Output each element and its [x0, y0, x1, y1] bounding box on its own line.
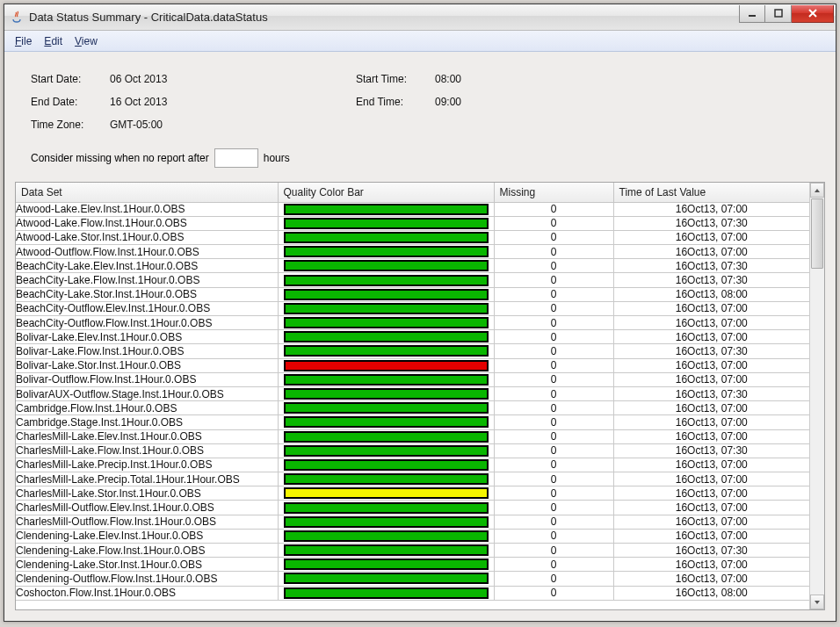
dataset-cell[interactable]: BolivarAUX-Outflow.Stage.Inst.1Hour.0.OB…: [16, 386, 278, 400]
table-row[interactable]: Cambridge.Stage.Inst.1Hour.0.OBS016Oct13…: [16, 415, 809, 429]
table-row[interactable]: Clendening-Outflow.Flow.Inst.1Hour.0.OBS…: [16, 572, 809, 586]
quality-bar-cell: [278, 586, 494, 600]
quality-color-bar: [284, 459, 489, 471]
col-header-missing[interactable]: Missing: [494, 183, 613, 202]
table-row[interactable]: Clendening-Lake.Elev.Inst.1Hour.0.OBS016…: [16, 529, 809, 543]
table-row[interactable]: Cambridge.Flow.Inst.1Hour.0.OBS016Oct13,…: [16, 401, 809, 415]
dataset-cell[interactable]: Cambridge.Flow.Inst.1Hour.0.OBS: [16, 401, 278, 415]
dataset-cell[interactable]: Atwood-Lake.Elev.Inst.1Hour.0.OBS: [16, 202, 278, 216]
dataset-cell[interactable]: Atwood-Outflow.Flow.Inst.1Hour.0.OBS: [16, 245, 278, 259]
table-row[interactable]: CharlesMill-Outflow.Elev.Inst.1Hour.0.OB…: [16, 501, 809, 515]
vertical-scrollbar[interactable]: [809, 183, 824, 609]
menu-bar: File Edit View: [4, 31, 836, 52]
time-zone-label: Time Zone:: [31, 119, 110, 131]
dataset-cell[interactable]: Clendening-Outflow.Flow.Inst.1Hour.0.OBS: [16, 572, 278, 586]
quality-color-bar: [284, 246, 489, 257]
dataset-cell[interactable]: BeachCity-Outflow.Flow.Inst.1Hour.0.OBS: [16, 316, 278, 330]
maximize-button[interactable]: [765, 5, 792, 23]
table-row[interactable]: Bolivar-Lake.Elev.Inst.1Hour.0.OBS016Oct…: [16, 330, 809, 344]
missing-cell: 0: [494, 230, 613, 244]
quality-color-bar: [284, 559, 489, 570]
table-row[interactable]: CharlesMill-Lake.Elev.Inst.1Hour.0.OBS01…: [16, 429, 809, 443]
table-row[interactable]: BeachCity-Outflow.Flow.Inst.1Hour.0.OBS0…: [16, 316, 809, 330]
quality-bar-cell: [278, 429, 494, 443]
table-row[interactable]: Bolivar-Lake.Flow.Inst.1Hour.0.OBS016Oct…: [16, 344, 809, 358]
dataset-cell[interactable]: Cambridge.Stage.Inst.1Hour.0.OBS: [16, 415, 278, 429]
dataset-cell[interactable]: Bolivar-Lake.Flow.Inst.1Hour.0.OBS: [16, 344, 278, 358]
col-header-dataset[interactable]: Data Set: [16, 183, 278, 202]
dataset-cell[interactable]: BeachCity-Lake.Stor.Inst.1Hour.0.OBS: [16, 287, 278, 301]
time-last-value-cell: 16Oct13, 07:00: [613, 330, 809, 344]
table-row[interactable]: BeachCity-Lake.Elev.Inst.1Hour.0.OBS016O…: [16, 259, 809, 273]
dataset-cell[interactable]: Atwood-Lake.Stor.Inst.1Hour.0.OBS: [16, 230, 278, 244]
quality-color-bar: [284, 260, 489, 271]
table-row[interactable]: Atwood-Lake.Flow.Inst.1Hour.0.OBS016Oct1…: [16, 216, 809, 230]
dataset-cell[interactable]: Clendening-Lake.Stor.Inst.1Hour.0.OBS: [16, 558, 278, 572]
table-row[interactable]: CharlesMill-Lake.Precip.Total.1Hour.1Hou…: [16, 472, 809, 486]
col-header-quality-bar[interactable]: Quality Color Bar: [278, 183, 494, 202]
menu-view[interactable]: View: [69, 33, 103, 49]
consider-missing-hours-input[interactable]: [214, 148, 258, 168]
dataset-cell[interactable]: Bolivar-Lake.Stor.Inst.1Hour.0.OBS: [16, 358, 278, 372]
table-row[interactable]: Bolivar-Outflow.Flow.Inst.1Hour.0.OBS016…: [16, 372, 809, 386]
col-header-time[interactable]: Time of Last Value: [613, 183, 809, 202]
missing-cell: 0: [494, 330, 613, 344]
dataset-cell[interactable]: CharlesMill-Outflow.Elev.Inst.1Hour.0.OB…: [16, 501, 278, 515]
dataset-cell[interactable]: CharlesMill-Lake.Precip.Total.1Hour.1Hou…: [16, 472, 278, 486]
dataset-cell[interactable]: CharlesMill-Lake.Flow.Inst.1Hour.0.OBS: [16, 443, 278, 458]
quality-color-bar: [284, 303, 489, 314]
dataset-cell[interactable]: Clendening-Lake.Flow.Inst.1Hour.0.OBS: [16, 544, 278, 558]
dataset-cell[interactable]: Coshocton.Flow.Inst.1Hour.0.OBS: [16, 586, 278, 600]
title-bar[interactable]: Data Status Summary - CriticalData.dataS…: [4, 4, 836, 31]
table-row[interactable]: BeachCity-Outflow.Elev.Inst.1Hour.0.OBS0…: [16, 301, 809, 315]
menu-file[interactable]: File: [10, 33, 37, 49]
dataset-cell[interactable]: Bolivar-Lake.Elev.Inst.1Hour.0.OBS: [16, 330, 278, 344]
close-button[interactable]: [792, 5, 834, 23]
dataset-cell[interactable]: CharlesMill-Lake.Stor.Inst.1Hour.0.OBS: [16, 486, 278, 501]
dataset-cell[interactable]: BeachCity-Lake.Flow.Inst.1Hour.0.OBS: [16, 273, 278, 287]
time-zone-value: GMT-05:00: [110, 119, 215, 131]
table-row[interactable]: BeachCity-Lake.Flow.Inst.1Hour.0.OBS016O…: [16, 273, 809, 287]
quality-bar-cell: [278, 415, 494, 429]
dataset-cell[interactable]: CharlesMill-Outflow.Flow.Inst.1Hour.0.OB…: [16, 515, 278, 529]
dataset-cell[interactable]: CharlesMill-Lake.Precip.Inst.1Hour.0.OBS: [16, 458, 278, 472]
table-row[interactable]: BeachCity-Lake.Stor.Inst.1Hour.0.OBS016O…: [16, 287, 809, 301]
table-row[interactable]: Atwood-Lake.Elev.Inst.1Hour.0.OBS016Oct1…: [16, 202, 809, 216]
time-last-value-cell: 16Oct13, 07:00: [613, 458, 809, 472]
minimize-button[interactable]: [739, 5, 765, 23]
quality-color-bar: [284, 530, 489, 542]
scroll-thumb[interactable]: [811, 198, 823, 269]
start-date-label: Start Date:: [31, 73, 110, 85]
quality-color-bar: [284, 402, 489, 414]
dataset-cell[interactable]: BeachCity-Outflow.Elev.Inst.1Hour.0.OBS: [16, 301, 278, 315]
table-row[interactable]: Atwood-Lake.Stor.Inst.1Hour.0.OBS016Oct1…: [16, 230, 809, 244]
table-row[interactable]: Bolivar-Lake.Stor.Inst.1Hour.0.OBS016Oct…: [16, 358, 809, 372]
table-row[interactable]: Coshocton.Flow.Inst.1Hour.0.OBS016Oct13,…: [16, 586, 809, 600]
table-row[interactable]: Clendening-Lake.Flow.Inst.1Hour.0.OBS016…: [16, 544, 809, 558]
scroll-up-button[interactable]: [810, 183, 824, 198]
start-date-value: 06 Oct 2013: [110, 73, 215, 85]
dataset-cell[interactable]: Clendening-Lake.Elev.Inst.1Hour.0.OBS: [16, 529, 278, 543]
dataset-cell[interactable]: Bolivar-Outflow.Flow.Inst.1Hour.0.OBS: [16, 372, 278, 386]
dataset-cell[interactable]: BeachCity-Lake.Elev.Inst.1Hour.0.OBS: [16, 259, 278, 273]
dataset-cell[interactable]: Atwood-Lake.Flow.Inst.1Hour.0.OBS: [16, 216, 278, 230]
time-last-value-cell: 16Oct13, 07:00: [613, 372, 809, 386]
table-row[interactable]: BolivarAUX-Outflow.Stage.Inst.1Hour.0.OB…: [16, 386, 809, 400]
table-row[interactable]: CharlesMill-Outflow.Flow.Inst.1Hour.0.OB…: [16, 515, 809, 529]
table-row[interactable]: Atwood-Outflow.Flow.Inst.1Hour.0.OBS016O…: [16, 245, 809, 259]
time-last-value-cell: 16Oct13, 07:00: [613, 486, 809, 501]
quality-bar-cell: [278, 472, 494, 486]
table-row[interactable]: CharlesMill-Lake.Precip.Inst.1Hour.0.OBS…: [16, 458, 809, 472]
table-row[interactable]: CharlesMill-Lake.Flow.Inst.1Hour.0.OBS01…: [16, 443, 809, 458]
scroll-down-button[interactable]: [810, 595, 824, 609]
missing-cell: 0: [494, 287, 613, 301]
dataset-cell[interactable]: CharlesMill-Lake.Elev.Inst.1Hour.0.OBS: [16, 429, 278, 443]
missing-cell: 0: [494, 273, 613, 287]
end-date-label: End Date:: [31, 96, 110, 108]
table-row[interactable]: Clendening-Lake.Stor.Inst.1Hour.0.OBS016…: [16, 558, 809, 572]
menu-edit[interactable]: Edit: [39, 33, 68, 49]
time-last-value-cell: 16Oct13, 07:00: [613, 358, 809, 372]
table-row[interactable]: CharlesMill-Lake.Stor.Inst.1Hour.0.OBS01…: [16, 486, 809, 501]
consider-missing-suffix: hours: [264, 152, 290, 164]
time-last-value-cell: 16Oct13, 07:00: [613, 558, 809, 572]
